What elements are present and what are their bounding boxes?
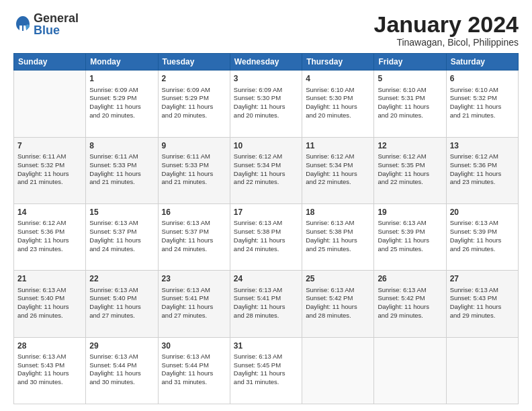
calendar-cell: 1Sunrise: 6:09 AM Sunset: 5:29 PM Daylig… (86, 71, 158, 137)
day-number: 22 (89, 273, 154, 284)
day-info: Sunrise: 6:12 AM Sunset: 5:34 PM Dayligh… (234, 152, 298, 187)
calendar-cell: 3Sunrise: 6:09 AM Sunset: 5:30 PM Daylig… (230, 71, 302, 137)
calendar-cell: 11Sunrise: 6:12 AM Sunset: 5:34 PM Dayli… (302, 137, 374, 203)
calendar-week-4: 21Sunrise: 6:13 AM Sunset: 5:40 PM Dayli… (14, 271, 519, 337)
calendar-week-2: 7Sunrise: 6:11 AM Sunset: 5:32 PM Daylig… (14, 137, 519, 203)
calendar-week-1: 1Sunrise: 6:09 AM Sunset: 5:29 PM Daylig… (14, 71, 519, 137)
calendar-cell: 26Sunrise: 6:13 AM Sunset: 5:42 PM Dayli… (374, 271, 446, 337)
calendar-week-5: 28Sunrise: 6:13 AM Sunset: 5:43 PM Dayli… (14, 337, 519, 404)
calendar-cell: 30Sunrise: 6:13 AM Sunset: 5:44 PM Dayli… (158, 337, 230, 404)
calendar-cell (14, 71, 86, 137)
day-number: 5 (378, 73, 442, 84)
day-number: 1 (89, 73, 154, 84)
day-info: Sunrise: 6:13 AM Sunset: 5:40 PM Dayligh… (89, 286, 154, 320)
day-number: 14 (17, 207, 82, 218)
day-info: Sunrise: 6:10 AM Sunset: 5:32 PM Dayligh… (450, 86, 515, 120)
calendar-cell: 27Sunrise: 6:13 AM Sunset: 5:43 PM Dayli… (446, 271, 518, 337)
calendar-body: 1Sunrise: 6:09 AM Sunset: 5:29 PM Daylig… (14, 71, 519, 404)
day-number: 10 (234, 140, 298, 151)
calendar-cell: 24Sunrise: 6:13 AM Sunset: 5:41 PM Dayli… (230, 271, 302, 337)
day-number: 13 (450, 140, 515, 151)
calendar-cell: 10Sunrise: 6:12 AM Sunset: 5:34 PM Dayli… (230, 137, 302, 203)
day-number: 2 (162, 73, 226, 84)
day-number: 20 (450, 207, 515, 218)
day-info: Sunrise: 6:13 AM Sunset: 5:40 PM Dayligh… (17, 286, 82, 320)
header: General Blue January 2024 Tinawagan, Bic… (13, 12, 519, 48)
day-info: Sunrise: 6:12 AM Sunset: 5:35 PM Dayligh… (378, 152, 442, 187)
day-number: 29 (89, 340, 154, 351)
calendar-cell: 28Sunrise: 6:13 AM Sunset: 5:43 PM Dayli… (14, 337, 86, 404)
day-info: Sunrise: 6:13 AM Sunset: 5:42 PM Dayligh… (306, 286, 370, 320)
day-info: Sunrise: 6:12 AM Sunset: 5:34 PM Dayligh… (306, 152, 370, 187)
calendar-cell: 22Sunrise: 6:13 AM Sunset: 5:40 PM Dayli… (86, 271, 158, 337)
month-title: January 2024 (374, 12, 519, 37)
calendar-cell: 6Sunrise: 6:10 AM Sunset: 5:32 PM Daylig… (446, 71, 518, 137)
day-info: Sunrise: 6:13 AM Sunset: 5:42 PM Dayligh… (378, 286, 442, 320)
calendar-cell: 16Sunrise: 6:13 AM Sunset: 5:37 PM Dayli… (158, 204, 230, 271)
logo-general: General (34, 12, 79, 24)
location: Tinawagan, Bicol, Philippines (374, 37, 519, 48)
day-number: 3 (234, 73, 298, 84)
calendar-table: SundayMondayTuesdayWednesdayThursdayFrid… (13, 53, 519, 404)
calendar-cell: 5Sunrise: 6:10 AM Sunset: 5:31 PM Daylig… (374, 71, 446, 137)
calendar-cell: 7Sunrise: 6:11 AM Sunset: 5:32 PM Daylig… (14, 137, 86, 203)
calendar-cell (374, 337, 446, 404)
day-info: Sunrise: 6:13 AM Sunset: 5:43 PM Dayligh… (450, 286, 515, 320)
page: General Blue January 2024 Tinawagan, Bic… (0, 0, 532, 411)
title-block: January 2024 Tinawagan, Bicol, Philippin… (374, 12, 519, 48)
weekday-header-row: SundayMondayTuesdayWednesdayThursdayFrid… (14, 54, 519, 71)
day-info: Sunrise: 6:13 AM Sunset: 5:38 PM Dayligh… (234, 219, 298, 253)
calendar-cell: 15Sunrise: 6:13 AM Sunset: 5:37 PM Dayli… (86, 204, 158, 271)
weekday-header-saturday: Saturday (446, 54, 518, 71)
calendar-cell: 18Sunrise: 6:13 AM Sunset: 5:38 PM Dayli… (302, 204, 374, 271)
day-info: Sunrise: 6:13 AM Sunset: 5:45 PM Dayligh… (234, 353, 298, 387)
calendar-cell: 31Sunrise: 6:13 AM Sunset: 5:45 PM Dayli… (230, 337, 302, 404)
day-number: 6 (450, 73, 515, 84)
weekday-header-sunday: Sunday (14, 54, 86, 71)
day-number: 8 (89, 140, 154, 151)
calendar-cell: 12Sunrise: 6:12 AM Sunset: 5:35 PM Dayli… (374, 137, 446, 203)
calendar-cell: 9Sunrise: 6:11 AM Sunset: 5:33 PM Daylig… (158, 137, 230, 203)
calendar-cell: 14Sunrise: 6:12 AM Sunset: 5:36 PM Dayli… (14, 204, 86, 271)
calendar-cell: 20Sunrise: 6:13 AM Sunset: 5:39 PM Dayli… (446, 204, 518, 271)
day-info: Sunrise: 6:10 AM Sunset: 5:31 PM Dayligh… (378, 86, 442, 120)
day-info: Sunrise: 6:13 AM Sunset: 5:41 PM Dayligh… (162, 286, 226, 320)
calendar-week-3: 14Sunrise: 6:12 AM Sunset: 5:36 PM Dayli… (14, 204, 519, 271)
weekday-header-tuesday: Tuesday (158, 54, 230, 71)
calendar-cell: 25Sunrise: 6:13 AM Sunset: 5:42 PM Dayli… (302, 271, 374, 337)
day-info: Sunrise: 6:13 AM Sunset: 5:41 PM Dayligh… (234, 286, 298, 320)
calendar-cell (302, 337, 374, 404)
day-number: 27 (450, 273, 515, 284)
weekday-header-monday: Monday (86, 54, 158, 71)
day-info: Sunrise: 6:09 AM Sunset: 5:30 PM Dayligh… (234, 86, 298, 120)
day-number: 21 (17, 273, 82, 284)
day-info: Sunrise: 6:12 AM Sunset: 5:36 PM Dayligh… (17, 219, 82, 253)
day-number: 7 (17, 140, 82, 151)
day-info: Sunrise: 6:11 AM Sunset: 5:33 PM Dayligh… (162, 152, 226, 187)
weekday-header-wednesday: Wednesday (230, 54, 302, 71)
day-number: 25 (306, 273, 370, 284)
day-info: Sunrise: 6:13 AM Sunset: 5:37 PM Dayligh… (162, 219, 226, 253)
day-number: 4 (306, 73, 370, 84)
logo-blue: Blue (34, 24, 79, 36)
day-info: Sunrise: 6:09 AM Sunset: 5:29 PM Dayligh… (89, 86, 154, 120)
day-info: Sunrise: 6:11 AM Sunset: 5:32 PM Dayligh… (17, 152, 82, 187)
day-number: 23 (162, 273, 226, 284)
day-number: 26 (378, 273, 442, 284)
day-number: 9 (162, 140, 226, 151)
day-number: 31 (234, 340, 298, 351)
calendar-cell: 23Sunrise: 6:13 AM Sunset: 5:41 PM Dayli… (158, 271, 230, 337)
logo: General Blue (13, 12, 79, 36)
calendar-cell: 8Sunrise: 6:11 AM Sunset: 5:33 PM Daylig… (86, 137, 158, 203)
day-info: Sunrise: 6:13 AM Sunset: 5:39 PM Dayligh… (450, 219, 515, 253)
day-info: Sunrise: 6:13 AM Sunset: 5:43 PM Dayligh… (17, 353, 82, 387)
day-number: 19 (378, 207, 442, 218)
day-number: 30 (162, 340, 226, 351)
day-info: Sunrise: 6:13 AM Sunset: 5:39 PM Dayligh… (378, 219, 442, 253)
calendar-cell: 29Sunrise: 6:13 AM Sunset: 5:44 PM Dayli… (86, 337, 158, 404)
day-number: 12 (378, 140, 442, 151)
day-info: Sunrise: 6:13 AM Sunset: 5:38 PM Dayligh… (306, 219, 370, 253)
day-number: 17 (234, 207, 298, 218)
day-info: Sunrise: 6:12 AM Sunset: 5:36 PM Dayligh… (450, 152, 515, 187)
day-number: 18 (306, 207, 370, 218)
